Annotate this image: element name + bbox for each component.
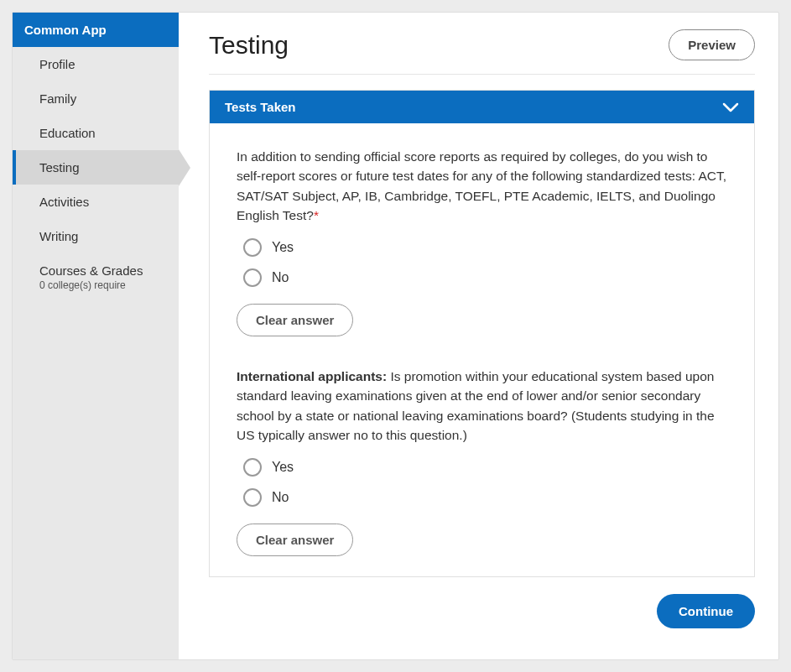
question-self-report: In addition to sending official score re… bbox=[237, 147, 727, 336]
sidebar-item-label: Profile bbox=[39, 57, 75, 71]
radio-label: Yes bbox=[272, 460, 294, 475]
sidebar-item-label: Writing bbox=[39, 229, 78, 243]
radio-circle-icon bbox=[243, 268, 262, 287]
sidebar: Common App Profile Family Education Test… bbox=[13, 13, 179, 659]
sidebar-item-subtext: 0 college(s) require bbox=[39, 279, 167, 291]
sidebar-item-label: Courses & Grades bbox=[39, 263, 143, 278]
question-text: International applicants: Is promotion w… bbox=[237, 367, 727, 445]
sidebar-item-testing[interactable]: Testing bbox=[13, 150, 179, 185]
footer-actions: Continue bbox=[209, 594, 755, 628]
question-international: International applicants: Is promotion w… bbox=[237, 367, 727, 556]
sidebar-item-label: Education bbox=[39, 126, 96, 140]
question-text: In addition to sending official score re… bbox=[237, 147, 727, 225]
question-body: In addition to sending official score re… bbox=[237, 149, 726, 222]
radio-group-q2: Yes No bbox=[243, 458, 727, 507]
required-indicator: * bbox=[314, 208, 319, 222]
sidebar-item-label: Testing bbox=[39, 160, 80, 175]
card-body: In addition to sending official score re… bbox=[210, 123, 754, 576]
chevron-down-icon bbox=[722, 102, 739, 112]
page-header: Testing Preview bbox=[209, 29, 755, 75]
main-content: Testing Preview Tests Taken In addition … bbox=[179, 13, 778, 659]
radio-q2-yes[interactable]: Yes bbox=[243, 458, 727, 477]
radio-label: Yes bbox=[272, 240, 294, 255]
page-title: Testing bbox=[209, 31, 289, 60]
sidebar-item-label: Activities bbox=[39, 195, 89, 209]
radio-q1-yes[interactable]: Yes bbox=[243, 238, 727, 257]
continue-button[interactable]: Continue bbox=[657, 594, 755, 628]
sidebar-item-profile[interactable]: Profile bbox=[13, 47, 179, 81]
tests-taken-header[interactable]: Tests Taken bbox=[210, 91, 754, 123]
sidebar-item-family[interactable]: Family bbox=[13, 81, 179, 116]
preview-button[interactable]: Preview bbox=[669, 29, 755, 60]
radio-group-q1: Yes No bbox=[243, 238, 727, 287]
sidebar-header: Common App bbox=[13, 13, 179, 47]
radio-q1-no[interactable]: No bbox=[243, 268, 727, 287]
radio-q2-no[interactable]: No bbox=[243, 488, 727, 507]
clear-answer-q1-button[interactable]: Clear answer bbox=[237, 304, 353, 336]
app-container: Common App Profile Family Education Test… bbox=[12, 12, 779, 660]
clear-answer-q2-button[interactable]: Clear answer bbox=[237, 524, 353, 556]
radio-circle-icon bbox=[243, 458, 262, 477]
question-lead: International applicants: bbox=[237, 369, 387, 383]
sidebar-item-label: Family bbox=[39, 91, 76, 106]
card-title: Tests Taken bbox=[225, 100, 295, 114]
radio-circle-icon bbox=[243, 488, 262, 507]
radio-label: No bbox=[272, 490, 289, 505]
sidebar-item-courses-grades[interactable]: Courses & Grades 0 college(s) require bbox=[13, 253, 179, 301]
radio-circle-icon bbox=[243, 238, 262, 257]
sidebar-item-writing[interactable]: Writing bbox=[13, 219, 179, 253]
radio-label: No bbox=[272, 270, 289, 285]
sidebar-item-education[interactable]: Education bbox=[13, 116, 179, 150]
sidebar-items: Profile Family Education Testing Activit… bbox=[13, 47, 179, 301]
sidebar-item-activities[interactable]: Activities bbox=[13, 185, 179, 219]
tests-taken-card: Tests Taken In addition to sending offic… bbox=[209, 90, 755, 577]
